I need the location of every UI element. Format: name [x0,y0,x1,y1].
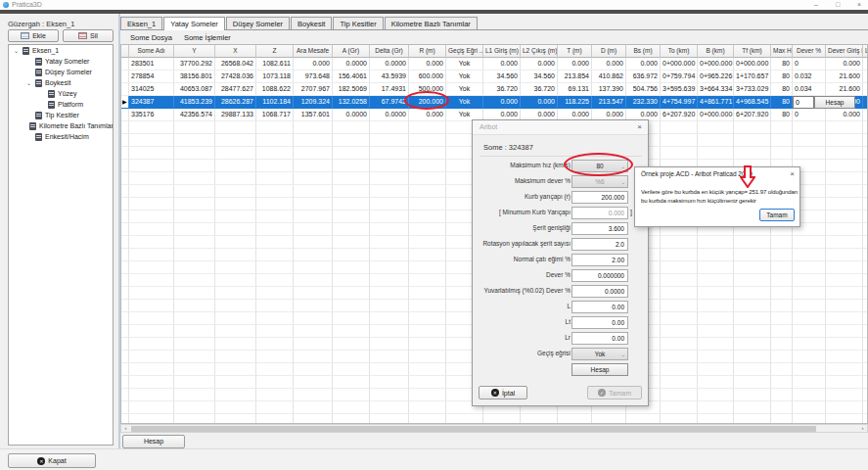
grid-cell[interactable]: 17.4931 [370,83,409,96]
column-header-delta-gr-[interactable]: Delta (Gr) [370,45,409,58]
grid-cell[interactable]: 41853.239 [174,96,215,109]
dever-editor-input[interactable]: 0 [793,96,814,109]
grid-cell[interactable]: 21.600 [826,83,863,96]
scroll-right-arrow[interactable]: › [858,425,867,432]
grid-cell[interactable]: 0+000.000 [698,58,734,70]
grid-cell[interactable]: 40653.087 [174,83,215,96]
column-header-a-gr-[interactable]: A (Gr) [333,45,370,58]
grid-cell[interactable]: 314025 [129,83,174,96]
grid-cell[interactable]: 2707.967 [294,83,333,96]
grid-cell[interactable]: 0.000 [826,109,863,121]
grid-cell[interactable]: 600.000 [409,70,446,83]
menu-item-some-dosya[interactable]: Some Dosya [130,33,172,42]
dialog-calculate-button[interactable]: Hesap [571,363,628,376]
grid-cell[interactable]: 0.000 [521,58,558,70]
column-header-dever-[interactable]: Dever % [793,45,826,58]
tree-item-yatay-someler[interactable]: Yatay Someler [9,56,113,67]
grid-cell[interactable]: 182.5069 [333,83,370,96]
tree-item-platform[interactable]: Platform [9,99,113,110]
grid-cell[interactable]: 500.000 [409,83,446,96]
grid-cell[interactable]: 1088.622 [256,83,294,96]
grid-cell[interactable]: 0.000 [592,58,626,70]
grid-cell[interactable]: 200.000 [409,96,446,109]
grid-cell[interactable]: 80 [771,83,793,96]
grid-cell[interactable]: 504.756 [626,83,661,96]
grid-cell[interactable]: 283501 [129,58,174,70]
column-header-l2-k-m-[interactable]: L2 Çıkış (m) [521,45,558,58]
field-input[interactable]: 0.000000 [571,269,628,282]
grid-cell[interactable]: 0.0000 [370,58,409,70]
column-header-r-m-[interactable]: R (m) [409,45,446,58]
column-header-tf-km-[interactable]: Tf (km) [734,45,771,58]
grid-cell[interactable]: 0.000 [409,58,446,70]
grid-cell[interactable]: 410.862 [592,70,626,83]
grid-cell[interactable]: 43.5939 [370,70,409,83]
grid-cell[interactable]: 6+207.920 [661,109,698,121]
dever-calc-button[interactable]: Hesap [814,96,855,109]
table-row[interactable]: 27885438156.80127428.0361073.118973.6481… [121,70,868,83]
grid-cell[interactable]: Yok [446,83,483,96]
dialog-cancel-button[interactable]: ✕ İptal [479,386,527,400]
table-row[interactable]: ▶32438741853.23928626.2871102.1841209.32… [121,96,868,109]
grid-cell[interactable] [863,109,868,121]
grid-cell[interactable]: 0+759.794 [661,70,698,83]
grid-cell[interactable]: 3+595.639 [661,83,698,96]
grid-cell[interactable]: 0.000 [483,58,521,70]
tree-item-eksen-1[interactable]: ⌄Eksen_1 [9,45,113,56]
grid-cell[interactable]: 36.720 [521,83,558,96]
field-input[interactable]: 2.0 [571,238,628,251]
grid-cell[interactable]: 324387 [129,96,174,109]
grid-cell[interactable]: Yok [446,96,483,109]
grid-cell[interactable]: 0.000 [294,58,333,70]
grid-cell[interactable]: 6+207.920 [734,109,771,121]
tree-item-tip-kesitler[interactable]: Tip Kesitler [9,110,113,120]
column-header-bs-m-[interactable]: Bs (m) [626,45,661,58]
grid-cell[interactable]: 0+000.000 [698,109,734,121]
grid-cell[interactable]: 4+754.997 [661,96,698,109]
column-header-x[interactable]: X [215,45,256,58]
grid-cell[interactable]: 28477.627 [215,83,256,96]
column-header-y[interactable]: Y [174,45,215,58]
minimize-button[interactable]: – [811,0,821,10]
grid-cell[interactable]: 80 [771,70,793,83]
tree-item-kilometre-bazl-tan-mlar[interactable]: Kilometre Bazlı Tanımlar [9,120,113,131]
grid-cell[interactable]: 0.0000 [333,58,370,70]
grid-cell[interactable]: 0.000 [409,109,446,121]
grid-cell[interactable]: 4+968.545 [734,96,771,109]
grid-cell[interactable]: 80 [771,96,793,109]
grid-cell[interactable]: 4+861.771 [698,96,734,109]
grid-cell[interactable]: 1357.601 [294,109,333,121]
grid-cell[interactable]: 34.560 [521,70,558,83]
close-button[interactable]: × [854,0,864,10]
grid-cell[interactable]: 80 [771,109,793,121]
grid-cell[interactable]: 1082.611 [256,58,294,70]
column-header-max-h-z[interactable]: Max Hız [771,45,793,58]
grid-cell[interactable]: 232.330 [626,96,661,109]
table-row[interactable]: 31402540653.08728477.6271088.6222707.967… [121,83,868,96]
field-input[interactable]: 0.0000 [571,285,628,298]
message-close-icon[interactable]: × [790,169,795,178]
grid-cell[interactable]: 42356.574 [174,109,215,121]
field-input[interactable]: 200.000 [571,191,628,204]
field-input[interactable]: 0.00 [571,316,628,329]
tab-eksen-1[interactable]: Eksen_1 [120,17,162,29]
tab-tip-kesitler[interactable]: Tip Kesitler [333,17,383,29]
grid-cell[interactable]: 213.854 [558,70,592,83]
grid-cell[interactable]: 213.547 [592,96,626,109]
grid-cell[interactable]: 1102.184 [256,96,294,109]
add-button[interactable]: Ekle [8,29,59,42]
grid-cell[interactable] [863,96,868,109]
field-input[interactable]: 0.00 [571,301,628,313]
column-header-z[interactable]: Z [256,45,294,58]
grid-cell[interactable]: 1+170.657 [734,70,771,83]
grid-cell[interactable] [863,70,868,83]
grid-cell[interactable]: 26568.042 [215,58,256,70]
field-input[interactable]: 2.00 [571,254,628,266]
column-header-some-ad-[interactable]: Some Adı [129,45,174,58]
column-header-l1-giri-m-[interactable]: L1 Giriş (m) [483,45,521,58]
grid-cell[interactable]: Yok [446,58,483,70]
grid-cell[interactable]: 80 [771,58,793,70]
grid-cell[interactable]: 0+965.226 [698,70,734,83]
tab-d-ey-someler[interactable]: Düşey Someler [226,17,290,29]
grid-cell[interactable]: 0.034 [793,83,826,96]
